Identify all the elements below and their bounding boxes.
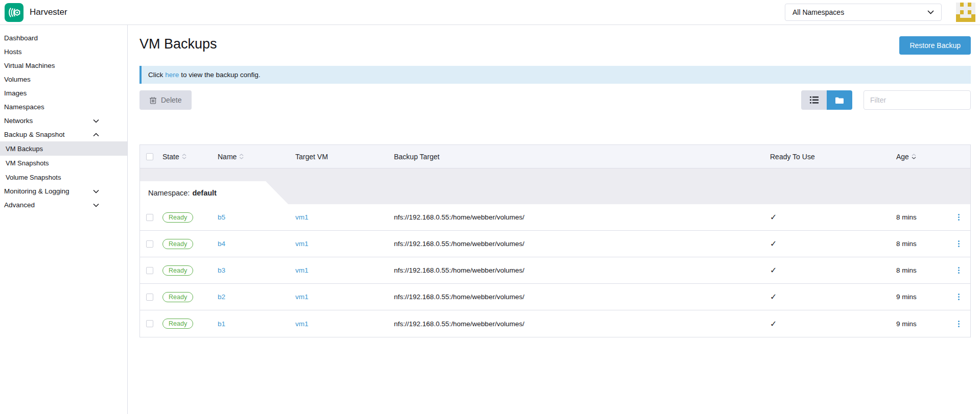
select-all-checkbox[interactable] (146, 153, 153, 160)
sidebar-item-hosts[interactable]: Hosts (0, 45, 127, 59)
sidebar-item-advanced[interactable]: Advanced (0, 198, 127, 212)
chevron-down-icon (93, 189, 99, 193)
column-header-age[interactable]: Age (890, 153, 947, 161)
row-checkbox[interactable] (146, 240, 153, 248)
sidebar: Dashboard Hosts Virtual Machines Volumes… (0, 25, 128, 414)
namespace-select-value: All Namespaces (792, 8, 844, 16)
table-row: Ready b2 vm1 nfs://192.168.0.55:/home/we… (140, 284, 970, 310)
namespace-select[interactable]: All Namespaces (785, 4, 942, 21)
sidebar-item-namespaces[interactable]: Namespaces (0, 100, 127, 114)
backup-name-link[interactable]: b1 (218, 320, 225, 328)
status-badge: Ready (162, 319, 193, 329)
column-header-backup-target[interactable]: Backup Target (394, 153, 763, 161)
age-value: 9 mins (896, 320, 917, 328)
row-actions-menu-icon[interactable] (956, 212, 962, 223)
sidebar-item-vm-snapshots[interactable]: VM Snapshots (0, 156, 127, 170)
row-actions-menu-icon[interactable] (956, 319, 962, 329)
row-checkbox[interactable] (146, 294, 153, 301)
namespace-group-tab: Namespace: default (140, 181, 293, 204)
backup-target-value: nfs://192.168.0.55:/home/webber/volumes/ (394, 293, 524, 301)
sidebar-item-vm-backups[interactable]: VM Backups (0, 141, 127, 156)
target-vm-link[interactable]: vm1 (295, 213, 309, 221)
column-header-state[interactable]: State (162, 153, 218, 161)
check-icon: ✓ (770, 265, 777, 275)
table-row: Ready b5 vm1 nfs://192.168.0.55:/home/we… (140, 204, 970, 231)
check-icon: ✓ (770, 239, 777, 249)
top-nav: Harvester All Namespaces (0, 0, 980, 25)
backup-target-value: nfs://192.168.0.55:/home/webber/volumes/ (394, 213, 524, 221)
restore-backup-button[interactable]: Restore Backup (899, 36, 971, 55)
trash-icon (150, 96, 156, 104)
grouped-view-button[interactable] (827, 90, 852, 110)
list-view-button[interactable] (801, 90, 827, 110)
check-icon: ✓ (770, 319, 777, 329)
row-actions-menu-icon[interactable] (956, 238, 962, 249)
chevron-down-icon (93, 203, 99, 207)
status-badge: Ready (162, 265, 193, 276)
harvester-logo-icon[interactable] (5, 3, 24, 22)
sidebar-item-virtual-machines[interactable]: Virtual Machines (0, 59, 127, 72)
delete-button[interactable]: Delete (139, 90, 192, 110)
age-value: 8 mins (896, 240, 917, 248)
sidebar-item-volumes[interactable]: Volumes (0, 72, 127, 86)
target-vm-link[interactable]: vm1 (295, 240, 309, 248)
age-value: 9 mins (896, 293, 917, 301)
backup-name-link[interactable]: b4 (218, 240, 225, 248)
chevron-down-icon (93, 119, 99, 123)
sort-icon (239, 154, 244, 159)
sidebar-item-backup-snapshot[interactable]: Backup & Snapshot (0, 128, 127, 141)
status-badge: Ready (162, 239, 193, 249)
backup-config-link[interactable]: here (165, 71, 179, 79)
backups-table: State Name Target VM Backup Target Ready… (139, 144, 971, 337)
column-header-ready-to-use[interactable]: Ready To Use (763, 153, 890, 161)
filter-input[interactable] (864, 90, 971, 110)
check-icon: ✓ (770, 292, 777, 302)
backup-name-link[interactable]: b3 (218, 266, 225, 274)
age-value: 8 mins (896, 266, 917, 274)
sidebar-item-networks[interactable]: Networks (0, 114, 127, 128)
sidebar-item-volume-snapshots[interactable]: Volume Snapshots (0, 170, 127, 184)
backup-target-value: nfs://192.168.0.55:/home/webber/volumes/ (394, 266, 524, 274)
page-title: VM Backups (139, 36, 217, 52)
brand-title: Harvester (30, 7, 67, 17)
column-header-name[interactable]: Name (218, 153, 295, 161)
sort-desc-icon (912, 154, 916, 159)
table-row: Ready b4 vm1 nfs://192.168.0.55:/home/we… (140, 231, 970, 257)
row-checkbox[interactable] (146, 214, 153, 221)
list-icon (810, 96, 819, 104)
backup-name-link[interactable]: b2 (218, 293, 225, 301)
backup-name-link[interactable]: b5 (218, 213, 225, 221)
table-header-row: State Name Target VM Backup Target Ready… (140, 144, 970, 168)
row-checkbox[interactable] (146, 320, 153, 327)
row-actions-menu-icon[interactable] (956, 291, 962, 302)
main-content: VM Backups Restore Backup Click here to … (128, 25, 980, 414)
namespace-group-value: default (192, 189, 217, 197)
row-actions-menu-icon[interactable] (956, 265, 962, 276)
table-controls: Delete (139, 90, 971, 110)
backup-target-value: nfs://192.168.0.55:/home/webber/volumes/ (394, 240, 524, 248)
sidebar-item-monitoring-logging[interactable]: Monitoring & Logging (0, 184, 127, 198)
sidebar-item-dashboard[interactable]: Dashboard (0, 31, 127, 45)
status-badge: Ready (162, 292, 193, 302)
target-vm-link[interactable]: vm1 (295, 293, 309, 301)
column-header-target-vm[interactable]: Target VM (295, 153, 394, 161)
user-avatar[interactable] (956, 3, 975, 22)
view-toggle (801, 90, 852, 110)
folder-icon (835, 97, 844, 104)
backup-target-value: nfs://192.168.0.55:/home/webber/volumes/ (394, 320, 524, 328)
chevron-up-icon (93, 133, 99, 137)
info-banner: Click here to view the backup config. (139, 66, 971, 84)
sort-icon (182, 154, 186, 159)
sidebar-item-images[interactable]: Images (0, 86, 127, 100)
target-vm-link[interactable]: vm1 (295, 320, 309, 328)
table-body: Ready b5 vm1 nfs://192.168.0.55:/home/we… (140, 204, 970, 337)
age-value: 8 mins (896, 213, 917, 221)
status-badge: Ready (162, 212, 193, 223)
chevron-down-icon (927, 10, 934, 14)
check-icon: ✓ (770, 212, 777, 222)
table-row: Ready b3 vm1 nfs://192.168.0.55:/home/we… (140, 257, 970, 284)
target-vm-link[interactable]: vm1 (295, 266, 309, 274)
table-row: Ready b1 vm1 nfs://192.168.0.55:/home/we… (140, 310, 970, 337)
row-checkbox[interactable] (146, 267, 153, 274)
namespace-group-row: Namespace: default (140, 168, 970, 204)
